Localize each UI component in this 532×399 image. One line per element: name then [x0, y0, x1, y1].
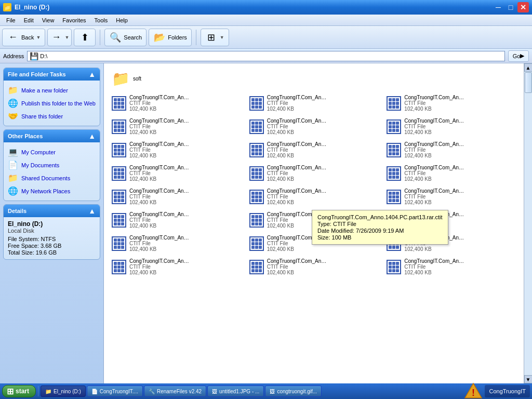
menu-help[interactable]: Help — [112, 16, 132, 24]
forward-icon: → — [50, 31, 62, 44]
file-size-6: 102,400 KB — [129, 153, 192, 158]
collapse-file-tasks-icon: ▲ — [88, 70, 96, 78]
file-name-2: CongTruongIT.Com_Anno.14... — [404, 95, 467, 100]
scroll-track[interactable] — [524, 72, 532, 375]
back-arrow-icon: ▼ — [36, 35, 41, 40]
file-type-13: CTIT File — [267, 194, 329, 200]
address-input-container[interactable]: 💾 D:\ — [27, 51, 505, 61]
publish-folder-item[interactable]: 🌐 Publish this folder to the Web — [7, 97, 97, 110]
tooltip-filename: CongTruongIT.Com_Anno.1404.PC.part13.rar… — [317, 214, 443, 220]
file-item-23[interactable]: CongTruongIT.Com_Anno.14...CTIT File102,… — [383, 256, 520, 278]
file-item-12[interactable]: CongTruongIT.Com_Anno.14...CTIT File102,… — [108, 185, 245, 208]
taskbar-item-elnino[interactable]: 📁 El_nino (D:) — [41, 385, 86, 397]
other-places-header[interactable]: Other Places ▲ — [4, 130, 100, 142]
taskbar-item-renamefiles[interactable]: 🔧 RenameFiles v2.42 — [144, 385, 206, 397]
new-folder-icon: 📁 — [8, 85, 18, 95]
ctit-file-icon — [112, 213, 126, 228]
details-filesystem: File System: NTFS — [8, 236, 96, 242]
make-new-folder-item[interactable]: 📁 Make a new folder — [7, 84, 97, 97]
minimize-button[interactable]: ─ — [493, 2, 504, 12]
taskbar-item-untitled[interactable]: 🖼 untitled1.JPG - ... — [207, 385, 264, 397]
taskbar-label-gif: congtruongit.gif... — [277, 389, 317, 394]
up-button[interactable]: ⬆ — [74, 29, 96, 46]
ctit-file-icon — [249, 143, 264, 157]
file-item-15[interactable]: CongTruongIT.Com_Anno.14...CTIT File102,… — [108, 209, 245, 231]
menu-file[interactable]: File — [2, 16, 20, 24]
menu-view[interactable]: View — [38, 16, 59, 24]
folders-label: Folders — [168, 34, 187, 41]
file-item-10[interactable]: CongTruongIT.Com_Anno.14...CTIT File102,… — [246, 162, 382, 184]
file-item-14[interactable]: CongTruongIT.Com_Anno.14...CTIT File102,… — [383, 185, 520, 208]
file-item-4[interactable]: CongTruongIT.Com_Anno.14...CTIT File102,… — [246, 115, 382, 138]
file-item-2[interactable]: CongTruongIT.Com_Anno.14...CTIT File102,… — [383, 92, 520, 114]
menu-tools[interactable]: Tools — [90, 16, 112, 24]
file-size-2: 102,400 KB — [404, 106, 467, 112]
file-item-3[interactable]: CongTruongIT.Com_Anno.14...CTIT File102,… — [108, 115, 245, 138]
start-button[interactable]: ⊞ start — [2, 385, 36, 397]
main-area: File and Folder Tasks ▲ 📁 Make a new fol… — [0, 63, 532, 383]
folder-soft[interactable]: 📁 soft — [108, 68, 245, 90]
taskbar-item-gif[interactable]: 🖼 congtruongit.gif... — [265, 385, 322, 397]
scroll-thumb[interactable] — [525, 72, 532, 93]
file-name-12: CongTruongIT.Com_Anno.14... — [129, 188, 192, 194]
search-button[interactable]: 🔍 Search — [104, 29, 147, 46]
folder-soft-icon: 📁 — [112, 70, 130, 87]
go-label: Go — [513, 53, 521, 59]
file-size-14: 102,400 KB — [404, 200, 467, 205]
file-size-22: 102,400 KB — [267, 270, 329, 275]
file-type-9: CTIT File — [129, 170, 192, 176]
file-name-1: CongTruongIT.Com_Anno.14... — [267, 95, 329, 100]
file-type-0: CTIT File — [129, 100, 192, 106]
details-drive-type: Local Disk — [8, 228, 96, 234]
file-item-8[interactable]: CongTruongIT.Com_Anno.14...CTIT File102,… — [383, 139, 520, 161]
go-button[interactable]: Go ▶ — [508, 50, 529, 62]
menubar: File Edit View Favorites Tools Help — [0, 15, 532, 26]
share-folder-item[interactable]: 🤝 Share this folder — [7, 110, 97, 123]
ctit-file-icon — [387, 119, 401, 134]
taskbar-item-congtruong[interactable]: 📄 CongTruongIT.... — [87, 385, 143, 397]
file-item-9[interactable]: CongTruongIT.Com_Anno.14...CTIT File102,… — [108, 162, 245, 184]
file-item-18[interactable]: CongTruongIT.Com_Anno.14...CTIT File102,… — [108, 232, 245, 255]
file-item-21[interactable]: CongTruongIT.Com_Anno.14...CTIT File102,… — [108, 256, 245, 278]
details-header[interactable]: Details ▲ — [4, 205, 100, 217]
menu-edit[interactable]: Edit — [20, 16, 38, 24]
file-type-23: CTIT File — [404, 264, 467, 270]
close-button[interactable]: ✕ — [517, 2, 529, 12]
window-title: El_nino (D:) — [15, 4, 49, 11]
file-item-7[interactable]: CongTruongIT.Com_Anno.14...CTIT File102,… — [246, 139, 382, 161]
shared-documents-item[interactable]: 📁 Shared Documents — [7, 171, 97, 184]
file-type-21: CTIT File — [129, 264, 192, 270]
menu-favorites[interactable]: Favorites — [58, 16, 90, 24]
file-item-22[interactable]: CongTruongIT.Com_Anno.14...CTIT File102,… — [246, 256, 382, 278]
file-item-11[interactable]: CongTruongIT.Com_Anno.14...CTIT File102,… — [383, 162, 520, 184]
file-item-1[interactable]: CongTruongIT.Com_Anno.14...CTIT File102,… — [246, 92, 382, 114]
file-size-10: 102,400 KB — [267, 176, 329, 182]
file-size-13: 102,400 KB — [267, 200, 329, 205]
forward-button[interactable]: → ▼ — [47, 29, 72, 46]
file-size-15: 102,400 KB — [129, 223, 192, 229]
svg-text:!: ! — [472, 388, 475, 398]
taskbar-icon-congtruong: 📄 — [91, 389, 98, 394]
my-documents-item[interactable]: 📄 My Documents — [7, 158, 97, 171]
my-network-places-item[interactable]: 🌐 My Network Places — [7, 184, 97, 197]
file-item-5[interactable]: CongTruongIT.Com_Anno.14...CTIT File102,… — [383, 115, 520, 138]
vertical-scrollbar[interactable]: ▲ ▼ — [524, 63, 532, 383]
file-item-6[interactable]: CongTruongIT.Com_Anno.14...CTIT File102,… — [108, 139, 245, 161]
file-item-0[interactable]: CongTruongIT.Com_Anno.14...CTIT File102,… — [108, 92, 245, 114]
file-info-14: CongTruongIT.Com_Anno.14...CTIT File102,… — [404, 188, 467, 205]
views-button[interactable]: ⊞ ▼ — [201, 29, 229, 46]
file-folder-tasks-header[interactable]: File and Folder Tasks ▲ — [4, 68, 100, 81]
file-size-8: 102,400 KB — [404, 153, 467, 158]
maximize-button[interactable]: □ — [505, 2, 516, 12]
my-computer-item[interactable]: 💻 My Computer — [7, 145, 97, 158]
file-info-0: CongTruongIT.Com_Anno.14...CTIT File102,… — [129, 95, 192, 112]
file-item-13[interactable]: CongTruongIT.Com_Anno.14...CTIT File102,… — [246, 185, 382, 208]
scroll-up-arrow[interactable]: ▲ — [524, 63, 533, 72]
file-type-7: CTIT File — [267, 147, 329, 153]
file-folder-tasks-panel: File and Folder Tasks ▲ 📁 Make a new fol… — [3, 68, 100, 126]
file-name-4: CongTruongIT.Com_Anno.14... — [267, 118, 329, 124]
forward-arrow-icon: ▼ — [64, 35, 69, 40]
back-button[interactable]: ← Back ▼ — [2, 29, 45, 46]
folders-button[interactable]: 📂 Folders — [149, 29, 192, 46]
sidebar: File and Folder Tasks ▲ 📁 Make a new fol… — [0, 63, 104, 383]
